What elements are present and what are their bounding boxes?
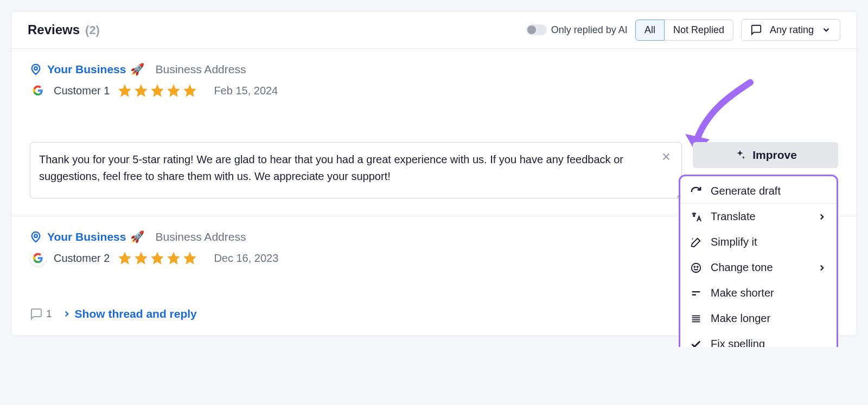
title-wrap: Reviews (2) xyxy=(28,22,100,37)
ai-filter-toggle[interactable] xyxy=(526,24,547,35)
svg-marker-20 xyxy=(135,252,148,264)
ai-filter-toggle-wrap: Only replied by AI xyxy=(526,24,628,36)
reply-box xyxy=(30,142,682,201)
improve-menu: Generate draft Translate Simplify it Cha… xyxy=(679,175,838,347)
translate-icon xyxy=(690,211,702,223)
card-header: Reviews (2) Only replied by AI All Not R… xyxy=(11,11,857,49)
thread-count: 1 xyxy=(30,307,52,320)
reviews-count: (2) xyxy=(85,23,100,37)
business-address: Business Address xyxy=(155,63,246,76)
svg-point-0 xyxy=(34,67,37,70)
svg-point-18 xyxy=(34,234,37,237)
refresh-icon xyxy=(690,185,702,197)
svg-marker-21 xyxy=(151,252,164,264)
smiley-icon xyxy=(690,262,702,274)
star-icon xyxy=(150,83,165,98)
rating-filter-label: Any rating xyxy=(770,24,814,36)
header-controls: Only replied by AI All Not Replied Any r… xyxy=(526,19,840,41)
svg-marker-5 xyxy=(184,84,196,97)
location-pin-icon xyxy=(30,231,42,243)
reply-filter-segment: All Not Replied xyxy=(635,20,733,41)
clear-reply-button[interactable] xyxy=(660,151,673,164)
long-text-icon xyxy=(690,313,702,325)
star-icon xyxy=(117,83,132,98)
reply-row: Improve Generate draft Translate Simpli xyxy=(30,142,838,201)
menu-simplify[interactable]: Simplify it xyxy=(680,229,837,255)
comment-icon xyxy=(30,307,43,320)
close-icon xyxy=(660,151,672,163)
short-text-icon xyxy=(690,287,702,299)
star-icon xyxy=(182,250,197,266)
google-icon xyxy=(30,82,46,99)
sparkle-icon xyxy=(734,149,746,161)
menu-change-tone[interactable]: Change tone xyxy=(680,255,837,280)
improve-button[interactable]: Improve xyxy=(693,142,838,168)
review-item: Your Business 🚀 Business Address Custome… xyxy=(11,49,857,216)
star-rating xyxy=(117,83,197,98)
chevron-right-icon xyxy=(817,212,827,222)
show-thread-link[interactable]: Show thread and reply xyxy=(62,307,197,320)
star-icon xyxy=(182,83,197,98)
svg-marker-1 xyxy=(119,84,131,97)
location-pin-icon xyxy=(30,63,42,75)
comment-icon xyxy=(750,24,762,36)
customer-line: Customer 1 Feb 15, 2024 xyxy=(30,82,838,99)
star-icon xyxy=(150,250,165,266)
tab-not-replied[interactable]: Not Replied xyxy=(665,20,733,41)
business-name[interactable]: Your Business 🚀 xyxy=(47,230,144,243)
svg-marker-19 xyxy=(119,252,131,264)
rocket-icon: 🚀 xyxy=(130,63,144,76)
review-date: Dec 16, 2023 xyxy=(214,252,278,265)
menu-fix-spelling[interactable]: Fix spelling xyxy=(680,331,837,347)
star-rating xyxy=(117,250,197,266)
rating-filter-button[interactable]: Any rating xyxy=(741,19,840,41)
menu-make-longer[interactable]: Make longer xyxy=(680,306,837,331)
chevron-down-icon xyxy=(821,25,831,35)
svg-point-10 xyxy=(694,266,695,267)
reply-textarea[interactable] xyxy=(30,142,682,198)
improve-wrap: Improve Generate draft Translate Simpli xyxy=(693,142,838,168)
reviews-card: Reviews (2) Only replied by AI All Not R… xyxy=(11,11,857,336)
chevron-right-icon xyxy=(817,263,827,273)
rocket-icon: 🚀 xyxy=(130,230,144,243)
business-line: Your Business 🚀 Business Address xyxy=(30,63,838,76)
ai-filter-label: Only replied by AI xyxy=(551,24,628,36)
business-name[interactable]: Your Business 🚀 xyxy=(47,63,144,76)
business-address: Business Address xyxy=(155,230,246,243)
wand-icon xyxy=(690,236,702,248)
svg-marker-22 xyxy=(168,252,180,264)
menu-make-shorter[interactable]: Make shorter xyxy=(680,280,837,306)
star-icon xyxy=(166,250,181,266)
customer-name: Customer 2 xyxy=(54,252,110,265)
menu-translate[interactable]: Translate xyxy=(680,204,837,229)
svg-marker-23 xyxy=(184,252,196,264)
chevron-right-icon xyxy=(62,309,72,319)
page-title: Reviews xyxy=(28,22,80,37)
check-icon xyxy=(690,338,702,348)
customer-name: Customer 1 xyxy=(54,85,110,97)
star-icon xyxy=(133,83,149,98)
star-icon xyxy=(166,83,181,98)
svg-marker-3 xyxy=(151,84,164,97)
review-date: Feb 15, 2024 xyxy=(214,85,278,97)
svg-marker-2 xyxy=(135,84,148,97)
tab-all[interactable]: All xyxy=(635,20,665,41)
svg-marker-4 xyxy=(168,84,180,97)
star-icon xyxy=(117,250,132,266)
svg-point-9 xyxy=(692,263,701,272)
google-icon xyxy=(30,250,46,266)
svg-point-11 xyxy=(697,266,698,267)
menu-generate-draft[interactable]: Generate draft xyxy=(680,178,837,204)
star-icon xyxy=(133,250,149,266)
